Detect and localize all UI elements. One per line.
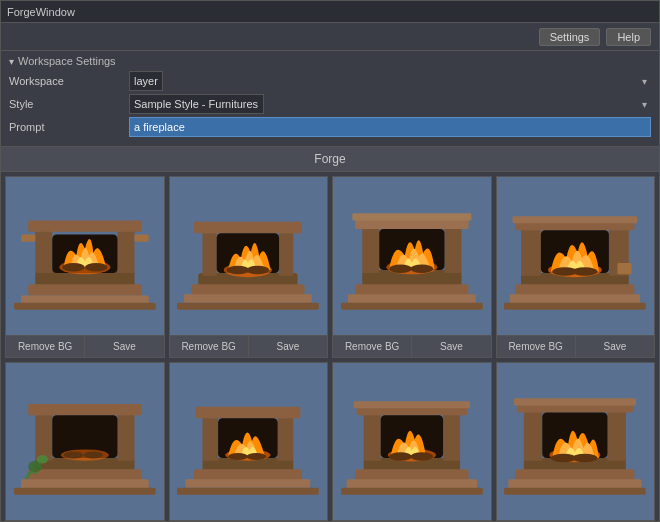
svg-rect-95 xyxy=(524,410,542,461)
image-grid: Remove BG Save xyxy=(5,176,655,521)
svg-rect-17 xyxy=(203,230,217,275)
svg-rect-30 xyxy=(444,225,461,273)
svg-rect-4 xyxy=(117,227,134,272)
svg-point-8 xyxy=(62,263,85,272)
svg-rect-19 xyxy=(194,222,302,233)
svg-rect-28 xyxy=(355,284,468,295)
svg-rect-82 xyxy=(364,413,381,461)
image-grid-container[interactable]: Remove BG Save xyxy=(1,172,659,521)
svg-rect-69 xyxy=(194,470,302,481)
save-btn-3[interactable]: Save xyxy=(412,335,490,357)
grid-item-1: Remove BG Save xyxy=(5,176,165,358)
window-title: ForgeWindow xyxy=(7,6,75,18)
grid-actions-1: Remove BG Save xyxy=(6,335,164,357)
svg-point-88 xyxy=(389,453,412,462)
prompt-row: Prompt a fireplace xyxy=(9,117,651,137)
grid-image-2 xyxy=(170,177,328,335)
forge-window: ForgeWindow Settings Help Workspace Sett… xyxy=(0,0,660,522)
grid-actions-3: Remove BG Save xyxy=(333,335,491,357)
svg-rect-13 xyxy=(134,234,148,241)
title-bar: ForgeWindow xyxy=(1,1,659,23)
grid-actions-8: Remove BG Save xyxy=(497,520,655,521)
svg-point-22 xyxy=(227,266,250,275)
style-label: Style xyxy=(9,98,129,110)
workspace-select-wrapper: layer xyxy=(129,71,651,91)
save-btn-8[interactable]: Save xyxy=(576,520,654,521)
svg-rect-12 xyxy=(21,234,35,241)
grid-item-8: Remove BG Save xyxy=(496,362,656,522)
svg-rect-38 xyxy=(341,303,483,310)
svg-rect-104 xyxy=(504,488,646,495)
remove-bg-btn-5[interactable]: Remove BG xyxy=(6,520,85,521)
svg-rect-29 xyxy=(362,225,379,273)
prompt-label: Prompt xyxy=(9,121,129,133)
remove-bg-btn-3[interactable]: Remove BG xyxy=(333,335,412,357)
settings-button[interactable]: Settings xyxy=(539,28,601,46)
svg-point-35 xyxy=(389,264,412,273)
svg-rect-91 xyxy=(341,488,483,495)
svg-rect-25 xyxy=(177,303,319,310)
svg-rect-42 xyxy=(521,227,541,275)
grid-item-3: Remove BG Save xyxy=(332,176,492,358)
svg-rect-103 xyxy=(509,480,642,490)
svg-rect-94 xyxy=(516,470,635,481)
grid-item-5: Remove BG Save xyxy=(5,362,165,522)
svg-rect-71 xyxy=(278,416,294,461)
workspace-label: Workspace xyxy=(9,75,129,87)
save-btn-7[interactable]: Save xyxy=(412,520,490,521)
grid-image-8 xyxy=(497,363,655,521)
svg-rect-32 xyxy=(352,213,471,220)
save-btn-6[interactable]: Save xyxy=(249,520,327,521)
style-select-wrapper: Sample Style - Furnitures xyxy=(129,94,651,114)
svg-rect-90 xyxy=(347,480,477,490)
grid-item-6: Remove BG Save xyxy=(169,362,329,522)
content-area: Workspace Settings Workspace layer Style… xyxy=(1,51,659,521)
grid-image-1 xyxy=(6,177,164,335)
grid-item-7: Remove BG Save xyxy=(332,362,492,522)
svg-point-76 xyxy=(247,453,267,460)
svg-rect-66 xyxy=(14,488,156,495)
save-btn-1[interactable]: Save xyxy=(85,335,163,357)
svg-point-23 xyxy=(247,266,270,275)
svg-point-75 xyxy=(228,453,248,460)
svg-rect-51 xyxy=(504,303,646,310)
grid-actions-6: Remove BG Save xyxy=(170,520,328,521)
remove-bg-btn-8[interactable]: Remove BG xyxy=(497,520,576,521)
save-btn-5[interactable]: Save xyxy=(85,520,163,521)
remove-bg-btn-1[interactable]: Remove BG xyxy=(6,335,85,357)
svg-point-102 xyxy=(572,454,598,463)
style-row: Style Sample Style - Furnitures xyxy=(9,94,651,114)
svg-rect-70 xyxy=(203,416,219,461)
svg-rect-85 xyxy=(354,402,470,409)
svg-rect-52 xyxy=(618,263,632,274)
grid-actions-5: Remove BG Save xyxy=(6,520,164,521)
style-select[interactable]: Sample Style - Furnitures xyxy=(129,94,264,114)
workspace-select[interactable]: layer xyxy=(129,71,163,91)
svg-rect-16 xyxy=(192,284,305,295)
top-bar: Settings Help xyxy=(1,23,659,51)
svg-point-61 xyxy=(63,452,83,459)
workspace-row: Workspace layer xyxy=(9,71,651,91)
svg-rect-2 xyxy=(28,284,141,295)
remove-bg-btn-7[interactable]: Remove BG xyxy=(333,520,412,521)
remove-bg-btn-2[interactable]: Remove BG xyxy=(170,335,249,357)
save-btn-2[interactable]: Save xyxy=(249,335,327,357)
workspace-settings-panel: Workspace Settings Workspace layer Style… xyxy=(1,51,659,146)
remove-bg-btn-4[interactable]: Remove BG xyxy=(497,335,576,357)
forge-bar[interactable]: Forge xyxy=(1,146,659,172)
svg-rect-41 xyxy=(516,284,635,295)
svg-rect-72 xyxy=(196,407,301,418)
remove-bg-btn-6[interactable]: Remove BG xyxy=(170,520,249,521)
grid-item-2: Remove BG Save xyxy=(169,176,329,358)
save-btn-4[interactable]: Save xyxy=(576,335,654,357)
svg-rect-18 xyxy=(279,230,293,275)
svg-point-49 xyxy=(572,267,598,276)
grid-image-5 xyxy=(6,363,164,521)
grid-image-7 xyxy=(333,363,491,521)
svg-rect-55 xyxy=(28,470,141,481)
help-button[interactable]: Help xyxy=(606,28,651,46)
svg-point-89 xyxy=(410,453,433,462)
prompt-input[interactable]: a fireplace xyxy=(129,117,651,137)
workspace-settings-header[interactable]: Workspace Settings xyxy=(9,55,651,67)
svg-rect-57 xyxy=(117,413,134,461)
